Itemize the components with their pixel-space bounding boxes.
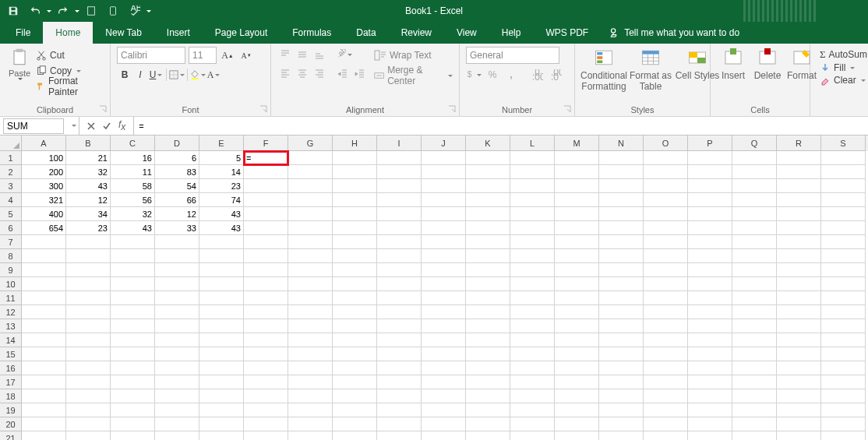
cell[interactable] [644, 375, 688, 389]
col-header-F[interactable]: F [244, 136, 288, 151]
cell[interactable] [466, 431, 510, 440]
cell[interactable] [599, 179, 644, 193]
cell[interactable]: 11 [111, 165, 155, 179]
cell[interactable] [66, 291, 111, 305]
cell[interactable] [510, 207, 555, 221]
cell[interactable] [155, 263, 199, 277]
col-header-K[interactable]: K [466, 136, 510, 151]
cell[interactable] [244, 319, 288, 333]
cell[interactable] [333, 193, 377, 207]
cell[interactable] [732, 403, 777, 417]
bold-button[interactable]: B [117, 67, 132, 83]
row-header[interactable]: 1 [0, 151, 22, 165]
cell[interactable] [377, 263, 422, 277]
cell[interactable] [510, 305, 555, 319]
cell[interactable] [333, 417, 377, 431]
tab-home[interactable]: Home [43, 22, 93, 44]
cell[interactable] [555, 291, 599, 305]
cell[interactable] [644, 179, 688, 193]
cell[interactable] [599, 249, 644, 263]
cell[interactable] [288, 403, 333, 417]
cell[interactable] [466, 179, 510, 193]
cell[interactable] [155, 389, 199, 403]
cell[interactable] [199, 263, 244, 277]
cell[interactable]: 12 [155, 207, 199, 221]
cut-button[interactable]: Cut [36, 48, 101, 62]
cell[interactable] [732, 305, 777, 319]
cell[interactable] [688, 165, 732, 179]
row-header[interactable]: 19 [0, 403, 22, 417]
cell[interactable] [244, 165, 288, 179]
tab-review[interactable]: Review [389, 22, 444, 44]
cell[interactable] [422, 403, 466, 417]
cell[interactable] [288, 291, 333, 305]
cell[interactable] [111, 333, 155, 347]
cell[interactable]: 654 [22, 221, 66, 235]
orientation-icon[interactable]: ab [337, 47, 352, 62]
cell[interactable] [688, 375, 732, 389]
cell[interactable] [777, 165, 821, 179]
cell[interactable] [599, 417, 644, 431]
col-header-M[interactable]: M [555, 136, 599, 151]
cell[interactable] [821, 333, 866, 347]
cell[interactable] [244, 179, 288, 193]
cell[interactable] [732, 319, 777, 333]
cell[interactable] [422, 347, 466, 361]
cell[interactable] [777, 235, 821, 249]
cell[interactable] [555, 347, 599, 361]
cell[interactable] [644, 165, 688, 179]
cell[interactable] [333, 151, 377, 165]
font-name-select[interactable]: Calibri [117, 47, 185, 64]
cell[interactable] [732, 151, 777, 165]
cell[interactable] [688, 235, 732, 249]
cell[interactable] [155, 375, 199, 389]
cell[interactable] [66, 277, 111, 291]
cell[interactable] [199, 305, 244, 319]
cell[interactable] [199, 403, 244, 417]
cell[interactable] [555, 333, 599, 347]
cell[interactable] [422, 431, 466, 440]
cell[interactable]: 43 [199, 221, 244, 235]
cell[interactable] [555, 389, 599, 403]
cell[interactable] [377, 249, 422, 263]
cell[interactable] [466, 165, 510, 179]
cell[interactable] [644, 333, 688, 347]
cell[interactable] [688, 221, 732, 235]
font-launcher[interactable] [259, 104, 268, 114]
number-format-select[interactable]: General [466, 47, 559, 64]
redo-dropdown[interactable] [73, 10, 79, 12]
cell[interactable] [644, 221, 688, 235]
row-header[interactable]: 4 [0, 193, 22, 207]
cell[interactable]: 5 [199, 151, 244, 165]
cell[interactable] [199, 347, 244, 361]
cell[interactable] [111, 291, 155, 305]
redo-icon[interactable] [53, 2, 73, 20]
cell[interactable] [510, 249, 555, 263]
cell[interactable] [244, 263, 288, 277]
cell[interactable] [821, 249, 866, 263]
row-header[interactable]: 14 [0, 333, 22, 347]
cell[interactable] [66, 319, 111, 333]
cell[interactable]: 43 [66, 179, 111, 193]
cell[interactable] [377, 319, 422, 333]
cell[interactable] [510, 417, 555, 431]
cell[interactable] [732, 361, 777, 375]
cell[interactable] [644, 431, 688, 440]
col-header-J[interactable]: J [422, 136, 466, 151]
col-header-A[interactable]: A [22, 136, 66, 151]
page-icon[interactable] [81, 2, 101, 20]
cell[interactable] [510, 319, 555, 333]
cell[interactable]: 33 [155, 221, 199, 235]
cell[interactable] [510, 235, 555, 249]
delete-cells-button[interactable]: Delete [751, 47, 784, 81]
cell[interactable] [732, 431, 777, 440]
cell[interactable] [821, 235, 866, 249]
cell[interactable] [111, 403, 155, 417]
cell[interactable] [688, 333, 732, 347]
tab-file[interactable]: File [3, 22, 43, 44]
format-painter-button[interactable]: Format Painter [36, 79, 101, 93]
cell[interactable]: 58 [111, 179, 155, 193]
row-header[interactable]: 8 [0, 249, 22, 263]
cell[interactable] [422, 179, 466, 193]
cell[interactable] [644, 277, 688, 291]
